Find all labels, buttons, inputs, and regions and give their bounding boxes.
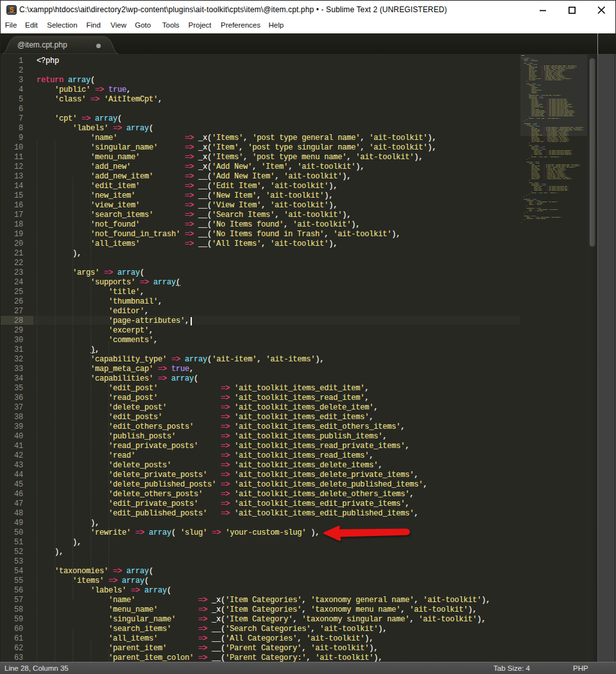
svg-text:S: S [10,6,14,13]
